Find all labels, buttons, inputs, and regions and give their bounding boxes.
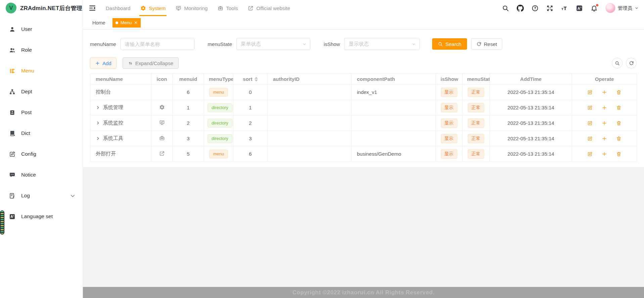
- expand-row-icon[interactable]: [96, 121, 100, 125]
- authority-id: [268, 85, 352, 100]
- nav-item-tools[interactable]: Tools: [213, 0, 243, 16]
- menu-table: menuName icon menuid menuType sort autho…: [90, 73, 637, 162]
- external-link-icon: [248, 5, 254, 11]
- github-icon[interactable]: [517, 5, 524, 12]
- add-time: 2022-05-13 21:35:14: [490, 100, 572, 115]
- is-show-label: isShow: [324, 41, 340, 47]
- nav-item-official-website[interactable]: Official website: [243, 0, 295, 16]
- col-menu-name: menuName: [90, 74, 151, 85]
- menuid: 3: [173, 131, 204, 146]
- table-row: 系统管理 1 directory 1 显示 正常 2022-05-13 21:3…: [90, 100, 637, 115]
- add-button-label: Add: [102, 60, 111, 66]
- delete-icon[interactable]: [616, 120, 622, 126]
- add-time: 2022-05-13 21:35:14: [490, 146, 572, 162]
- menu-panel: menuName menuState 菜单状态 isShow 显示状态: [83, 30, 644, 167]
- svg-text:?: ?: [534, 6, 536, 10]
- sidebar-item-config[interactable]: Config: [0, 144, 83, 164]
- menu-state-select[interactable]: 菜单状态: [236, 38, 310, 50]
- menu-type-tag: menu: [209, 150, 228, 158]
- add-child-icon[interactable]: [602, 136, 607, 141]
- add-child-icon[interactable]: [602, 90, 607, 95]
- authority-id: [268, 146, 352, 162]
- search-icon[interactable]: [502, 5, 509, 12]
- sidebar-item-notice[interactable]: Notice: [0, 164, 83, 185]
- help-icon[interactable]: ?: [532, 5, 539, 12]
- add-child-icon[interactable]: [602, 120, 607, 126]
- refresh-icon: [629, 61, 634, 66]
- tab-menu-active[interactable]: Menu: [112, 18, 141, 28]
- edit-icon[interactable]: [587, 151, 593, 157]
- expand-row-icon[interactable]: [96, 105, 100, 110]
- is-show-tag: 显示: [441, 103, 457, 112]
- sidebar-item-label: Menu: [21, 68, 34, 74]
- expand-row-icon[interactable]: [96, 136, 100, 141]
- nav-item-system[interactable]: System: [135, 0, 171, 16]
- floating-widget-handle[interactable]: [0, 210, 4, 235]
- sidebar-item-dict[interactable]: Dict: [0, 123, 83, 144]
- sidebar-item-user[interactable]: User: [0, 19, 83, 40]
- search-button[interactable]: Search: [432, 38, 467, 50]
- edit-icon[interactable]: [587, 120, 593, 126]
- nav-item-dashboard[interactable]: Dashboard: [101, 0, 135, 16]
- refresh-table-button[interactable]: [626, 58, 637, 68]
- sort-value: 3: [233, 131, 268, 146]
- monitor-icon: [176, 5, 181, 11]
- copyright-text: Copyright ©2022 izhaorui.cn All Rights R…: [292, 289, 434, 296]
- notification-bell-icon[interactable]: [591, 5, 598, 12]
- col-sort[interactable]: sort: [233, 74, 268, 85]
- tab-home[interactable]: Home: [92, 20, 105, 26]
- badge-icon: [9, 109, 15, 116]
- menu-name-input[interactable]: [121, 38, 194, 50]
- delete-icon[interactable]: [616, 105, 622, 110]
- svg-text:A: A: [10, 215, 13, 218]
- nav-item-monitoring[interactable]: Monitoring: [171, 0, 213, 16]
- component-path: [352, 115, 436, 131]
- edit-icon[interactable]: [587, 90, 593, 95]
- col-icon: icon: [151, 74, 173, 85]
- table-row: 外部打开 5 menu 6 business/GenDemo 显示 正常 202…: [90, 146, 637, 162]
- reset-button[interactable]: Reset: [471, 38, 502, 50]
- sidebar-item-post[interactable]: Post: [0, 102, 83, 123]
- filter-form: menuName menuState 菜单状态 isShow 显示状态: [90, 38, 637, 50]
- col-authority-id: authorityID: [268, 74, 352, 85]
- edit-icon[interactable]: [587, 136, 593, 141]
- menu-name: 控制台: [96, 89, 111, 95]
- tabs-bar: Home Menu: [83, 16, 644, 30]
- translate-icon[interactable]: Ax: [576, 5, 583, 12]
- delete-icon[interactable]: [616, 136, 622, 141]
- gear-icon: [140, 5, 146, 11]
- add-child-icon[interactable]: [602, 151, 607, 157]
- svg-text:T: T: [561, 7, 563, 10]
- page-footer: Copyright ©2022 izhaorui.cn All Rights R…: [83, 287, 644, 298]
- delete-icon[interactable]: [616, 90, 622, 95]
- sort-carets-icon[interactable]: [255, 77, 258, 82]
- sidebar-item-role[interactable]: Role: [0, 40, 83, 60]
- add-child-icon[interactable]: [602, 105, 607, 110]
- select-placeholder: 菜单状态: [241, 41, 261, 47]
- sidebar-item-menu[interactable]: Menu: [0, 60, 83, 81]
- close-icon[interactable]: [134, 21, 138, 24]
- sidebar-item-label: Post: [21, 109, 32, 115]
- user-menu[interactable]: 管理员: [605, 3, 639, 13]
- nav-label: System: [149, 5, 166, 11]
- sort-value: 2: [233, 115, 268, 131]
- menu-state-tag: 正常: [468, 103, 484, 112]
- show-search-button[interactable]: [612, 58, 623, 68]
- sidebar-item-dept[interactable]: Dept: [0, 81, 83, 102]
- add-button[interactable]: Add: [90, 57, 117, 69]
- delete-icon[interactable]: [616, 151, 622, 157]
- sidebar-item-label: User: [21, 26, 32, 32]
- sidebar-item-log[interactable]: Log: [0, 185, 83, 206]
- collapse-sidebar-icon[interactable]: [89, 4, 96, 12]
- chevron-down-icon: [302, 42, 307, 46]
- font-size-icon[interactable]: TT: [561, 5, 568, 12]
- is-show-tag: 显示: [441, 149, 457, 159]
- fullscreen-icon[interactable]: [546, 5, 553, 12]
- expand-collapse-button[interactable]: Expand/Collapse: [123, 57, 179, 69]
- notification-dot: [596, 4, 598, 6]
- page-content: menuName menuState 菜单状态 isShow 显示状态: [83, 30, 644, 298]
- search-icon: [438, 42, 443, 47]
- is-show-select[interactable]: 显示状态: [344, 38, 420, 50]
- sidebar-item-language-set[interactable]: Ax Language set: [0, 206, 83, 227]
- edit-icon[interactable]: [587, 105, 593, 110]
